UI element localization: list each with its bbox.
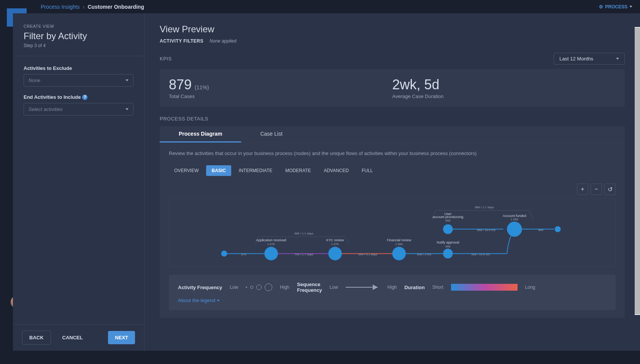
tab-description: Review the activities that occur in your… [169, 150, 616, 156]
scrollbar[interactable] [635, 27, 640, 315]
topbar: Process Insights › Customer Onboarding ⚙… [0, 0, 640, 13]
tab-process-diagram[interactable]: Process Diagram [160, 126, 241, 142]
legend-box: Activity Frequency Low High SequenceFreq… [169, 275, 616, 310]
wizard-body: Activities to Exclude None End Activitie… [13, 56, 144, 324]
chevron-down-icon [217, 300, 220, 301]
activity-filters-label: ACTIVITY FILTERS [160, 38, 203, 44]
pill-basic[interactable]: BASIC [206, 165, 231, 176]
gear-icon: ⚙ [599, 4, 603, 9]
diagram-svg: 879 Application received 1.57K 744 / 1.7… [169, 199, 615, 267]
legend-activity-freq: Activity Frequency [178, 285, 222, 290]
kpi-card: 879 (11%) Total Cases 2wk, 5d Average Ca… [160, 69, 625, 107]
back-button[interactable]: BACK [22, 331, 51, 345]
kpi1-value: 879 [169, 77, 192, 93]
wizard-header: CREATE VIEW Filter by Activity Step 3 of… [13, 13, 144, 56]
svg-text:868: 868 [445, 219, 451, 222]
kpis-header-row: KPIS Last 12 Months [160, 53, 625, 65]
tab-case-list[interactable]: Case List [241, 126, 301, 142]
legend-duration: Duration [404, 285, 424, 290]
caret-down-icon [125, 108, 129, 110]
tab-content: Review the activities that occur in your… [160, 143, 625, 318]
about-legend-label: About the legend [178, 298, 215, 303]
include-dropdown[interactable]: Select activities [24, 103, 133, 116]
zoom-reset-button[interactable]: ↺ [604, 184, 616, 195]
exclude-value: None [29, 78, 40, 83]
pill-full[interactable]: FULL [356, 165, 378, 176]
caret-down-icon [629, 6, 632, 8]
pill-advanced[interactable]: ADVANCED [318, 165, 354, 176]
svg-point-11 [443, 249, 453, 259]
svg-point-12 [443, 224, 453, 234]
legend-seq-high: High [387, 285, 397, 290]
breadcrumb-current: Customer Onboarding [87, 4, 144, 10]
wizard-footer: BACK CANCEL NEXT [13, 324, 144, 351]
include-label: End Activities to Include ? [24, 94, 133, 100]
svg-text:1.56K: 1.56K [395, 242, 403, 246]
svg-text:868: 868 [445, 245, 451, 248]
svg-text:686 / 16.6 hrs: 686 / 16.6 hrs [472, 253, 490, 256]
pill-moderate[interactable]: MODERATE [280, 165, 316, 176]
detail-tabs: Process Diagram Case List [160, 126, 625, 143]
kpi1-label: Total Cases [169, 93, 392, 99]
help-icon[interactable]: ? [82, 95, 87, 100]
svg-text:Notify approval: Notify approval [437, 241, 459, 244]
caret-down-icon [125, 79, 129, 81]
duration-gradient-icon [451, 284, 518, 291]
wizard-modal: CREATE VIEW Filter by Activity Step 3 of… [13, 13, 640, 351]
svg-text:694 / 4.1 days: 694 / 4.1 days [358, 253, 377, 256]
svg-text:1.55K: 1.55K [511, 218, 519, 221]
legend-short: Short [432, 285, 443, 290]
svg-text:Financial review: Financial review [387, 238, 411, 242]
zoom-controls: + − ↺ [169, 184, 616, 195]
legend-long: Long [525, 285, 535, 290]
kpi1-pct: (11%) [195, 84, 209, 90]
time-range-dropdown[interactable]: Last 12 Months [554, 53, 625, 65]
zoom-out-button[interactable]: − [591, 184, 602, 195]
process-diagram[interactable]: 879 Application received 1.57K 744 / 1.7… [169, 199, 616, 267]
svg-text:KYC review: KYC review [326, 238, 344, 242]
svg-text:Application received: Application received [256, 238, 286, 242]
include-label-text: End Activities to Include [24, 94, 81, 100]
process-details-label: PROCESS DETAILS [160, 116, 625, 122]
svg-text:744 / 1.7 days: 744 / 1.7 days [294, 253, 313, 256]
freq-circles-icon [246, 283, 272, 291]
kpi2-value: 2wk, 5d [392, 77, 440, 93]
process-menu[interactable]: ⚙ PROCESS [599, 4, 632, 9]
svg-point-10 [392, 247, 406, 261]
detail-level-pills: OVERVIEW BASIC INTERMEDIATE MODERATE ADV… [169, 165, 616, 176]
wizard-title: Filter by Activity [24, 31, 133, 41]
breadcrumb-link[interactable]: Process Insights [41, 4, 80, 10]
legend-low: Low [230, 285, 238, 290]
pill-intermediate[interactable]: INTERMEDIATE [233, 165, 278, 176]
activity-filters-value: None applied [210, 38, 237, 44]
svg-text:1.57K: 1.57K [267, 242, 275, 246]
svg-text:868: 868 [538, 228, 544, 232]
svg-point-13 [507, 222, 522, 237]
process-menu-label: PROCESS [605, 4, 627, 9]
svg-point-9 [328, 247, 342, 261]
legend-seq-low: Low [330, 285, 338, 290]
wizard-eyebrow: CREATE VIEW [24, 24, 133, 28]
pill-overview[interactable]: OVERVIEW [169, 165, 204, 176]
about-legend-toggle[interactable]: About the legend [178, 298, 607, 303]
next-button[interactable]: NEXT [108, 331, 135, 344]
zoom-in-button[interactable]: + [577, 184, 588, 195]
legend-seq-freq: SequenceFrequency [297, 282, 322, 293]
preview-title: View Preview [160, 24, 625, 35]
include-value: Select activities [29, 106, 63, 112]
preview-panel: View Preview ACTIVITY FILTERS None appli… [145, 13, 640, 351]
svg-text:1.57K: 1.57K [331, 242, 339, 246]
legend-high: High [280, 285, 289, 290]
caret-down-icon [616, 58, 619, 60]
exclude-dropdown[interactable]: None [24, 74, 133, 87]
activity-filters-row: ACTIVITY FILTERS None applied [160, 38, 625, 44]
svg-text:879: 879 [241, 253, 246, 256]
breadcrumb: Process Insights › Customer Onboarding [41, 4, 144, 10]
svg-point-14 [555, 226, 561, 232]
kpi2-label: Average Case Duration [392, 93, 616, 99]
svg-text:Account funded: Account funded [503, 214, 526, 218]
svg-text:686 / 1.7 days: 686 / 1.7 days [475, 206, 494, 209]
cancel-button[interactable]: CANCEL [56, 331, 90, 345]
svg-text:868 / 16.6 hrs: 868 / 16.6 hrs [477, 228, 495, 232]
svg-point-8 [264, 247, 278, 261]
